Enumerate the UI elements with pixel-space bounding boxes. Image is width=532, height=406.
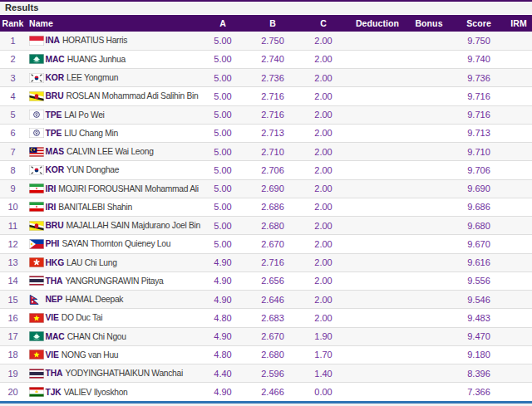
- table-row[interactable]: 19 THA YODYINGHATHAIKUN Wanchai 4.40 2.5…: [0, 364, 532, 383]
- b-score-cell: 2.670: [248, 235, 298, 253]
- flag-phi-icon: [29, 239, 44, 249]
- table-row[interactable]: 10 IRI BANITALEBI Shahin 5.00 2.686 2.00…: [0, 198, 532, 216]
- bonus-cell: [406, 235, 452, 253]
- table-row[interactable]: 4 BRU ROSLAN Mohammad Adi Salihin Bin 5.…: [0, 87, 532, 105]
- deduction-cell: [349, 105, 406, 124]
- a-score-cell: 4.90: [198, 271, 248, 290]
- a-score-cell: 4.90: [198, 327, 248, 345]
- athlete-name: MAJALLAH SAIN Majdurano Joel Bin: [66, 221, 201, 230]
- c-score-cell: 2.00: [298, 69, 349, 87]
- table-row[interactable]: 5 TPE LAI Po Wei 5.00 2.716 2.00 9.716: [0, 105, 532, 124]
- noc-code: VIE: [46, 313, 59, 322]
- total-score-cell: 9.716: [452, 87, 505, 105]
- table-row[interactable]: 14 THA YANGRUNGRAWIN Pitaya 4.90 2.656 2…: [0, 271, 532, 290]
- bonus-cell: [406, 364, 452, 383]
- table-row[interactable]: 20 TJK VALIEV Ilyoskhon 4.90 2.466 0.00 …: [0, 383, 532, 401]
- name-cell: VIE NONG van Huu: [26, 345, 198, 364]
- irm-cell: [505, 383, 532, 401]
- name-cell: PHI SAYAN Thornton Quieney Lou: [26, 235, 198, 253]
- athlete-name: BANITALEBI Shahin: [58, 203, 132, 212]
- rank-cell: 3: [0, 69, 26, 87]
- name-cell: BRU MAJALLAH SAIN Majdurano Joel Bin: [26, 217, 198, 235]
- table-row[interactable]: 6 TPE LIU Chang Min 5.00 2.713 2.00 9.71…: [0, 124, 532, 142]
- b-score-cell: 2.750: [248, 32, 298, 50]
- irm-cell: [505, 87, 532, 105]
- bonus-cell: [406, 198, 452, 216]
- table-row[interactable]: 1 INA HORATIUS Harris 5.00 2.750 2.00 9.…: [0, 32, 532, 50]
- irm-cell: [505, 50, 532, 68]
- bonus-cell: [406, 179, 452, 198]
- irm-cell: [505, 69, 532, 87]
- c-score-cell: 2.00: [298, 309, 349, 327]
- table-row[interactable]: 11 BRU MAJALLAH SAIN Majdurano Joel Bin …: [0, 217, 532, 235]
- rank-cell: 15: [0, 291, 26, 309]
- c-score-cell: 1.90: [298, 327, 349, 345]
- deduction-cell: [349, 69, 406, 87]
- c-score-cell: 0.00: [298, 383, 349, 401]
- total-score-cell: 9.716: [452, 105, 505, 124]
- table-row[interactable]: 3 KOR LEE Yongmun 5.00 2.736 2.00 9.736: [0, 69, 532, 87]
- irm-cell: [505, 179, 532, 198]
- b-score-cell: 2.683: [248, 309, 298, 327]
- table-row[interactable]: 16 VIE DO Duc Tai 4.80 2.683 2.00 9.483: [0, 309, 532, 327]
- bonus-cell: [406, 217, 452, 235]
- athlete-name: LIU Chang Min: [64, 129, 118, 138]
- column-header-irm: IRM: [505, 15, 532, 32]
- c-score-cell: 2.00: [298, 161, 349, 179]
- column-header-a: A: [198, 15, 248, 32]
- noc-code: IRI: [46, 184, 57, 193]
- bonus-cell: [406, 124, 452, 142]
- c-score-cell: 2.00: [298, 179, 349, 198]
- total-score-cell: 9.670: [452, 235, 505, 253]
- b-score-cell: 2.713: [248, 124, 298, 142]
- name-cell: KOR YUN Donghae: [26, 161, 198, 179]
- table-row[interactable]: 17 MAC CHAN Chi Ngou 4.90 2.670 1.90 9.4…: [0, 327, 532, 345]
- a-score-cell: 4.40: [198, 364, 248, 383]
- name-cell: BRU ROSLAN Mohammad Adi Salihin Bin: [26, 87, 198, 105]
- b-score-cell: 2.466: [248, 383, 298, 401]
- athlete-name: CHAN Chi Ngou: [67, 332, 126, 341]
- a-score-cell: 5.00: [198, 105, 248, 124]
- results-title: Results: [0, 2, 38, 12]
- bonus-cell: [406, 345, 452, 364]
- c-score-cell: 2.00: [298, 32, 349, 50]
- irm-cell: [505, 327, 532, 345]
- rank-cell: 16: [0, 309, 26, 327]
- flag-vie-icon: [29, 350, 44, 360]
- deduction-cell: [349, 143, 406, 161]
- c-score-cell: 2.00: [298, 124, 349, 142]
- deduction-cell: [349, 291, 406, 309]
- table-row[interactable]: 18 VIE NONG van Huu 4.80 2.680 1.70 9.18…: [0, 345, 532, 364]
- b-score-cell: 2.716: [248, 253, 298, 271]
- table-row[interactable]: 15 NEP HAMAL Deepak 4.90 2.646 2.00 9.54…: [0, 291, 532, 309]
- total-score-cell: 8.396: [452, 364, 505, 383]
- name-cell: IRI MOJIRI FOROUSHANI Mohammad Ali: [26, 179, 198, 198]
- deduction-cell: [349, 327, 406, 345]
- c-score-cell: 2.00: [298, 291, 349, 309]
- b-score-cell: 2.680: [248, 345, 298, 364]
- table-row[interactable]: 12 PHI SAYAN Thornton Quieney Lou 5.00 2…: [0, 235, 532, 253]
- noc-code: PHI: [46, 239, 60, 248]
- rank-cell: 8: [0, 161, 26, 179]
- b-score-cell: 2.646: [248, 291, 298, 309]
- table-row[interactable]: 13 HKG LAU Chi Lung 4.90 2.716 2.00 9.61…: [0, 253, 532, 271]
- c-score-cell: 2.00: [298, 253, 349, 271]
- noc-code: IRI: [46, 203, 57, 212]
- flag-bru-icon: [29, 91, 44, 101]
- table-row[interactable]: 7 MAS CALVIN LEE Wai Leong 5.00 2.710 2.…: [0, 143, 532, 161]
- bonus-cell: [406, 253, 452, 271]
- a-score-cell: 4.80: [198, 345, 248, 364]
- table-row[interactable]: 8 KOR YUN Donghae 5.00 2.706 2.00 9.706: [0, 161, 532, 179]
- flag-kor-icon: [29, 165, 44, 175]
- table-row[interactable]: 2 MAC HUANG Junhua 5.00 2.740 2.00 9.740: [0, 50, 532, 68]
- b-score-cell: 2.686: [248, 198, 298, 216]
- flag-hkg-icon: [29, 257, 44, 267]
- noc-code: MAC: [46, 55, 65, 64]
- table-row[interactable]: 9 IRI MOJIRI FOROUSHANI Mohammad Ali 5.0…: [0, 179, 532, 198]
- noc-code: INA: [46, 36, 60, 45]
- deduction-cell: [349, 235, 406, 253]
- name-cell: TPE LAI Po Wei: [26, 105, 198, 124]
- total-score-cell: 9.616: [452, 253, 505, 271]
- irm-cell: [505, 124, 532, 142]
- deduction-cell: [349, 383, 406, 401]
